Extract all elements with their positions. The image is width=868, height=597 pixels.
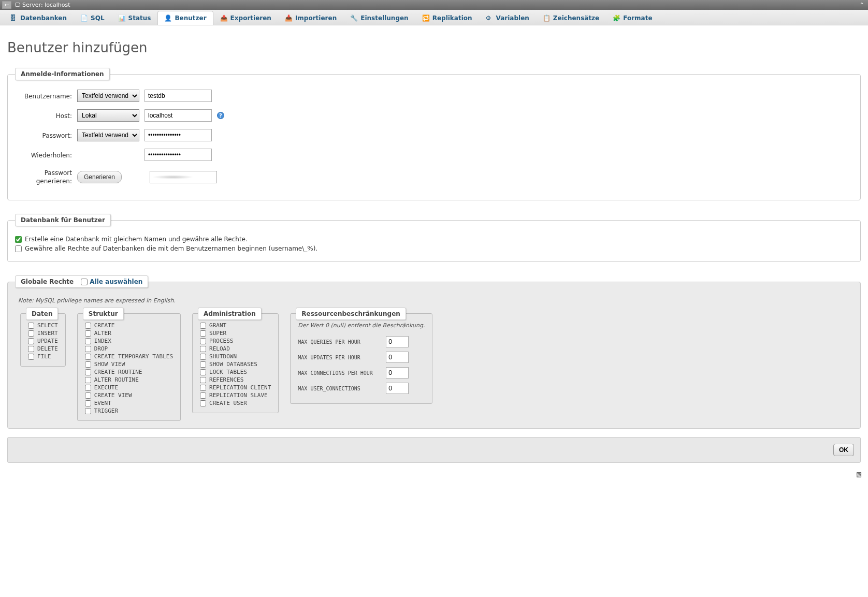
priv-label: INSERT	[37, 330, 58, 337]
priv-show-databases: SHOW DATABASES	[200, 361, 271, 368]
legend-global-text: Globale Rechte	[21, 278, 74, 285]
ok-button[interactable]: OK	[833, 444, 854, 456]
input-max-connections-per-hour[interactable]	[386, 367, 409, 378]
priv-label: DROP	[94, 345, 108, 352]
tab-sql[interactable]: 📄SQL	[74, 11, 111, 25]
tab-datenbanken[interactable]: 🗄Datenbanken	[3, 11, 74, 25]
priv-label: CREATE ROUTINE	[94, 369, 142, 375]
tab-einstellungen[interactable]: 🔧Einstellungen	[343, 11, 415, 25]
password-mode-select[interactable]: Textfeld verwenden:	[77, 129, 139, 141]
checkbox-grant-prefix[interactable]	[15, 245, 22, 252]
collapse-icon[interactable]: ⌃	[858, 2, 866, 9]
status-icon: 📊	[118, 14, 125, 22]
sql-icon: 📄	[80, 14, 88, 22]
priv-create-temporary-tables: CREATE TEMPORARY TABLES	[85, 353, 173, 360]
input-max-updates-per-hour[interactable]	[386, 352, 409, 363]
priv-show-view: SHOW VIEW	[85, 361, 173, 368]
priv-label: SHUTDOWN	[209, 353, 237, 360]
generated-password-field[interactable]	[150, 171, 217, 183]
tab-importieren[interactable]: 📥Importieren	[278, 11, 343, 25]
checkbox-shutdown[interactable]	[200, 354, 206, 360]
checkbox-insert[interactable]	[28, 330, 34, 337]
tab-zeichensätze[interactable]: 📋Zeichensätze	[536, 11, 606, 25]
checkbox-replication-slave[interactable]	[200, 392, 206, 399]
priv-event: EVENT	[85, 400, 173, 406]
checkbox-references[interactable]	[200, 377, 206, 383]
priv-file: FILE	[28, 353, 58, 360]
priv-reload: RELOAD	[200, 345, 271, 352]
checkbox-super[interactable]	[200, 330, 206, 337]
checkbox-select[interactable]	[28, 323, 34, 329]
back-button[interactable]: ←	[2, 1, 11, 9]
tab-exportieren[interactable]: 📤Exportieren	[213, 11, 278, 25]
input-max-user_connections[interactable]	[386, 383, 409, 394]
priv-label: EXECUTE	[94, 384, 118, 391]
priv-label: GRANT	[209, 322, 226, 329]
priv-label: SHOW VIEW	[94, 361, 125, 368]
tab-formate[interactable]: 🧩Formate	[606, 11, 659, 25]
db-icon: 🗄	[10, 14, 17, 22]
username-input[interactable]	[144, 90, 212, 102]
checkbox-drop[interactable]	[85, 346, 91, 352]
checkbox-alter-routine[interactable]	[85, 377, 91, 383]
priv-label: UPDATE	[37, 338, 58, 344]
checkbox-create-user[interactable]	[200, 400, 206, 406]
res-label: MAX CONNECTIONS PER HOUR	[298, 370, 381, 376]
res-label: MAX UPDATES PER HOUR	[298, 355, 381, 360]
checkbox-create-temporary-tables[interactable]	[85, 354, 91, 360]
tab-status[interactable]: 📊Status	[111, 11, 158, 25]
checkbox-trigger[interactable]	[85, 408, 91, 414]
priv-shutdown: SHUTDOWN	[200, 353, 271, 360]
priv-super: SUPER	[200, 330, 271, 337]
link-select-all[interactable]: Alle auswählen	[90, 278, 142, 285]
checkbox-event[interactable]	[85, 400, 91, 406]
main-tabs: 🗄Datenbanken📄SQL📊Status👤Benutzer📤Exporti…	[0, 10, 868, 25]
checkbox-lock-tables[interactable]	[200, 369, 206, 375]
label-host: Host:	[15, 111, 72, 120]
username-mode-select[interactable]: Textfeld verwenden:	[77, 90, 139, 102]
checkbox-execute[interactable]	[85, 385, 91, 391]
password-input[interactable]	[144, 129, 212, 141]
box-resource-limits: Ressourcenbeschränkungen Der Wert 0 (nul…	[290, 313, 432, 404]
priv-label: DELETE	[37, 345, 58, 352]
checkbox-create[interactable]	[85, 323, 91, 329]
checkbox-update[interactable]	[28, 338, 34, 344]
generate-button[interactable]: Generieren	[77, 171, 122, 183]
page-title: Benutzer hinzufügen	[7, 40, 861, 55]
label-grant-prefix: Gewähre alle Rechte auf Datenbanken die …	[25, 245, 317, 252]
host-input[interactable]	[144, 109, 212, 122]
checkbox-replication-client[interactable]	[200, 385, 206, 391]
checkbox-alter[interactable]	[85, 330, 91, 337]
server-icon: 🖵	[15, 2, 20, 8]
priv-label: CREATE TEMPORARY TABLES	[94, 353, 173, 360]
checkbox-show-databases[interactable]	[200, 361, 206, 368]
legend-global: Globale Rechte Alle auswählen	[15, 275, 148, 288]
checkbox-delete[interactable]	[28, 346, 34, 352]
help-icon[interactable]: ?	[217, 112, 224, 119]
tab-variablen[interactable]: ⚙Variablen	[479, 11, 536, 25]
checkbox-create-routine[interactable]	[85, 369, 91, 375]
label-generate: Passwort generieren:	[15, 168, 72, 185]
checkbox-reload[interactable]	[200, 346, 206, 352]
tab-benutzer[interactable]: 👤Benutzer	[157, 11, 213, 25]
checkbox-process[interactable]	[200, 338, 206, 344]
checkbox-show-view[interactable]	[85, 361, 91, 368]
privilege-note: Note: MySQL privilege names are expresse…	[18, 297, 853, 304]
checkbox-file[interactable]	[28, 354, 34, 360]
checkbox-create-view[interactable]	[85, 392, 91, 399]
label-password: Passwort:	[15, 131, 72, 139]
input-max-queries-per-hour[interactable]	[386, 336, 409, 347]
priv-label: REFERENCES	[209, 376, 243, 383]
checkbox-grant[interactable]	[200, 323, 206, 329]
topbar: ← 🖵 Server: localhost ⌃	[0, 0, 868, 10]
tab-replikation[interactable]: 🔁Replikation	[415, 11, 479, 25]
priv-label: REPLICATION SLAVE	[209, 392, 268, 399]
priv-label: TRIGGER	[94, 407, 118, 414]
host-mode-select[interactable]: Lokal	[77, 109, 139, 122]
password-repeat-input[interactable]	[144, 149, 212, 161]
box-struct-privs: Struktur CREATEALTERINDEXDROPCREATE TEMP…	[77, 313, 181, 421]
checkbox-index[interactable]	[85, 338, 91, 344]
checkbox-select-all[interactable]	[81, 279, 88, 285]
footer-bar: OK	[7, 437, 861, 463]
checkbox-create-db-same-name[interactable]	[15, 236, 22, 243]
